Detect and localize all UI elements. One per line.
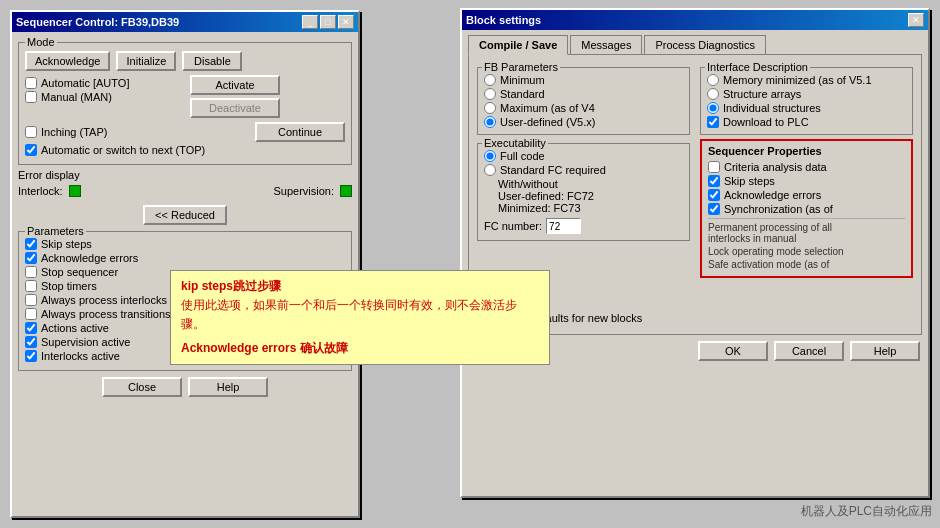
seq-skip-steps-label: Skip steps [724, 175, 775, 187]
mode-checkboxes: Automatic [AUTO] Manual (MAN) Activate D… [25, 75, 345, 118]
radio-user-defined-label: User-defined (V5.x) [500, 116, 595, 128]
always-transitions-checkbox[interactable] [25, 308, 37, 320]
always-interlocks-label: Always process interlocks [41, 294, 167, 306]
seq-close-btn[interactable]: ✕ [338, 15, 354, 29]
radio-struct-arrays-label: Structure arrays [723, 88, 801, 100]
mode-group: Mode Acknowledge Initialize Disable Auto… [18, 42, 352, 165]
with-without-section: With/without User-defined: FC72 Minimize… [498, 178, 683, 214]
always-interlocks-checkbox[interactable] [25, 294, 37, 306]
auto-switch-label: Automatic or switch to next (TOP) [41, 144, 205, 156]
auto-row: Automatic [AUTO] [25, 77, 180, 89]
interface-desc-group: Interface Description Memory minimized (… [700, 67, 913, 135]
actions-active-label: Actions active [41, 322, 109, 334]
tab-messages[interactable]: Messages [570, 35, 642, 55]
seq-ack-errors-checkbox[interactable] [708, 189, 720, 201]
seq-help-button[interactable]: Help [188, 377, 268, 397]
stop-seq-checkbox[interactable] [25, 266, 37, 278]
watermark: 机器人及PLC自动化应用 [801, 503, 932, 520]
download-plc-row: Download to PLC [707, 116, 906, 128]
inching-checkbox[interactable] [25, 126, 37, 138]
block-settings-window: Block settings ✕ Compile / Save Messages… [460, 8, 930, 498]
continue-btn[interactable]: Continue [255, 122, 345, 142]
stop-timers-checkbox[interactable] [25, 280, 37, 292]
acknowledge-btn[interactable]: Acknowledge [25, 51, 110, 71]
radio-struct-arrays[interactable] [707, 88, 719, 100]
ack-errors-label: Acknowledge errors [41, 252, 138, 264]
block-close-btn[interactable]: ✕ [908, 13, 924, 27]
radio-full-code[interactable] [484, 150, 496, 162]
skip-steps-label: Skip steps [41, 238, 92, 250]
error-display-label: Error display [18, 169, 80, 181]
radio-minimum-row: Minimum [484, 74, 683, 86]
radio-mem-minimized[interactable] [707, 74, 719, 86]
stop-timers-label: Stop timers [41, 280, 97, 292]
radio-standard-fc-row: Standard FC required [484, 164, 683, 176]
ack-errors-checkbox[interactable] [25, 252, 37, 264]
seq-minimize-btn[interactable]: _ [302, 15, 318, 29]
radio-mem-minimized-label: Memory minimized (as of V5.1 [723, 74, 872, 86]
radio-maximum-label: Maximum (as of V4 [500, 102, 595, 114]
interlocks-active-checkbox[interactable] [25, 350, 37, 362]
prop-permanent: Permanent processing of allinterlocks in… [708, 222, 905, 244]
radio-individual[interactable] [707, 102, 719, 114]
block-ok-btn[interactable]: OK [698, 341, 768, 361]
seq-close-button[interactable]: Close [102, 377, 182, 397]
deactivate-btn[interactable]: Deactivate [190, 98, 280, 118]
criteria-analysis-checkbox[interactable] [708, 161, 720, 173]
manual-label: Manual (MAN) [41, 91, 112, 103]
mode-label: Mode [25, 36, 57, 48]
left-col: FB Parameters Minimum Standard Maximum (… [477, 63, 690, 282]
download-plc-checkbox[interactable] [707, 116, 719, 128]
seq-bottom-btns: Close Help [18, 377, 352, 397]
ack-errors-row: Acknowledge errors [25, 252, 345, 264]
tooltip-line3: Acknowledge errors 确认故障 [181, 339, 539, 358]
tab-process-diagnostics[interactable]: Process Diagnostics [644, 35, 766, 55]
auto-checkbox[interactable] [25, 77, 37, 89]
inching-chk-row: Inching (TAP) [25, 126, 107, 138]
skip-steps-row: Skip steps [25, 238, 345, 250]
fc-number-input[interactable] [546, 218, 581, 234]
block-title-bar: Block settings ✕ [462, 10, 928, 30]
block-cancel-btn[interactable]: Cancel [774, 341, 844, 361]
auto-label: Automatic [AUTO] [41, 77, 129, 89]
radio-standard-fc[interactable] [484, 164, 496, 176]
seq-title-bar: Sequencer Control: FB39,DB39 _ □ ✕ [12, 12, 358, 32]
watermark-text: 机器人及PLC自动化应用 [801, 504, 932, 518]
prop-lock-operating: Lock operating mode selection [708, 246, 905, 257]
radio-minimum-label: Minimum [500, 74, 545, 86]
auto-manual-col: Automatic [AUTO] Manual (MAN) [25, 75, 180, 118]
seq-restore-btn[interactable]: □ [320, 15, 336, 29]
tooltip-box: kip steps跳过步骤 使用此选项，如果前一个和后一个转换同时有效，则不会激… [170, 270, 550, 365]
radio-struct-arrays-row: Structure arrays [707, 88, 906, 100]
executability-group: Executability Full code Standard FC requ… [477, 143, 690, 241]
radio-standard[interactable] [484, 88, 496, 100]
mode-btn-row: Acknowledge Initialize Disable [25, 51, 345, 71]
seq-skip-steps-checkbox[interactable] [708, 175, 720, 187]
main-two-col: FB Parameters Minimum Standard Maximum (… [477, 63, 913, 282]
actions-active-checkbox[interactable] [25, 322, 37, 334]
skip-steps-checkbox[interactable] [25, 238, 37, 250]
error-status-row: Interlock: Supervision: [18, 185, 352, 197]
fc-number-label: FC number: [484, 220, 542, 232]
radio-individual-label: Individual structures [723, 102, 821, 114]
activate-btn[interactable]: Activate [190, 75, 280, 95]
stop-seq-label: Stop sequencer [41, 266, 118, 278]
seq-props-label: Sequencer Properties [708, 145, 905, 157]
user-defined-fc-label: User-defined: FC72 [498, 190, 683, 202]
reduced-btn[interactable]: << Reduced [143, 205, 227, 225]
manual-row: Manual (MAN) [25, 91, 180, 103]
tab-compile-save[interactable]: Compile / Save [468, 35, 568, 55]
auto-switch-checkbox[interactable] [25, 144, 37, 156]
initialize-btn[interactable]: Initialize [116, 51, 176, 71]
synchronization-checkbox[interactable] [708, 203, 720, 215]
radio-mem-min-row: Memory minimized (as of V5.1 [707, 74, 906, 86]
seq-title-controls: _ □ ✕ [302, 15, 354, 29]
manual-checkbox[interactable] [25, 91, 37, 103]
supervision-active-checkbox[interactable] [25, 336, 37, 348]
radio-maximum[interactable] [484, 102, 496, 114]
tooltip-line1: kip steps跳过步骤 [181, 277, 539, 296]
radio-minimum[interactable] [484, 74, 496, 86]
disable-btn[interactable]: Disable [182, 51, 242, 71]
radio-user-defined[interactable] [484, 116, 496, 128]
block-help-btn[interactable]: Help [850, 341, 920, 361]
